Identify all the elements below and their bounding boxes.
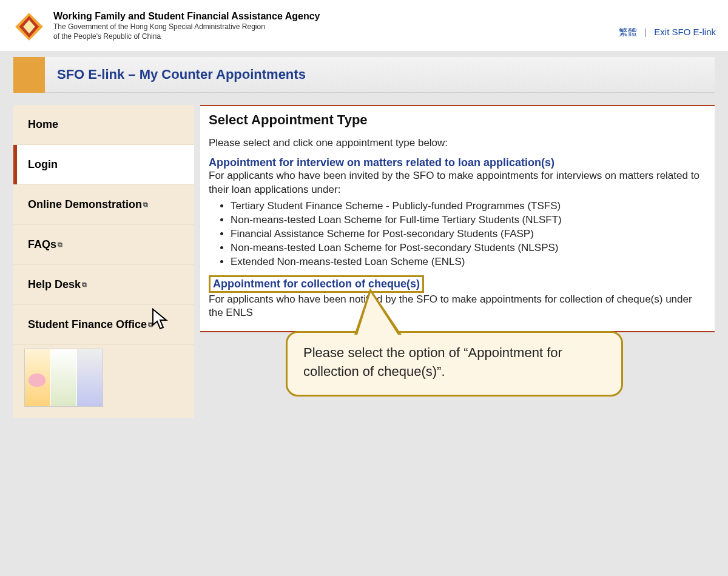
main-panel: Select Appointment Type Please select an… <box>200 105 715 332</box>
scheme-list: Tertiary Student Finance Scheme - Public… <box>223 199 706 269</box>
title-accent <box>13 57 45 93</box>
org-subtitle-1: The Government of the Hong Kong Special … <box>53 22 320 32</box>
external-link-icon: ⧉ <box>148 321 153 329</box>
sidebar-item-help-desk[interactable]: Help Desk⧉ <box>13 265 194 305</box>
main-heading: Select Appointment Type <box>209 112 706 128</box>
appt-interview-desc: For applicants who have been invited by … <box>209 169 706 197</box>
scheme-item: Extended Non-means-tested Loan Scheme (E… <box>231 255 706 269</box>
external-link-icon: ⧉ <box>82 281 87 289</box>
sidebar-item-online-demo[interactable]: Online Demonstration⧉ <box>13 185 194 225</box>
sidebar-item-label: Help Desk <box>28 278 81 291</box>
sidebar-item-faqs[interactable]: FAQs⧉ <box>13 225 194 265</box>
scheme-item: Non-means-tested Loan Scheme for Full-ti… <box>231 213 706 227</box>
sidebar: Home Login Online Demonstration⧉ FAQs⧉ H… <box>13 105 194 418</box>
appt-interview-link[interactable]: Appointment for interview on matters rel… <box>209 156 554 169</box>
external-link-icon: ⧉ <box>143 201 148 209</box>
header-titles: Working Family and Student Financial Ass… <box>53 11 320 41</box>
sidebar-item-label: Online Demonstration <box>28 198 142 211</box>
callout-bubble: Please select the option of “Appointment… <box>286 331 623 397</box>
sidebar-promo <box>13 345 194 418</box>
logo-block: Working Family and Student Financial Ass… <box>13 11 320 42</box>
callout-text: Please select the option of “Appointment… <box>303 345 562 379</box>
scheme-item: Non-means-tested Loan Scheme for Post-se… <box>231 241 706 255</box>
sidebar-item-home[interactable]: Home <box>13 105 194 145</box>
org-title: Working Family and Student Financial Ass… <box>53 11 320 22</box>
sidebar-item-label: Login <box>28 158 58 171</box>
page-title-bar: SFO E-link – My Counter Appointments <box>13 57 715 93</box>
appt-cheque-desc: For applicants who have been notified by… <box>209 293 706 321</box>
promo-image[interactable] <box>24 349 103 407</box>
sidebar-item-login[interactable]: Login <box>13 145 194 185</box>
external-link-icon: ⧉ <box>58 241 62 249</box>
page-title: SFO E-link – My Counter Appointments <box>57 67 306 82</box>
main-intro: Please select and click one appointment … <box>209 136 706 150</box>
separator: | <box>644 27 647 37</box>
org-subtitle-2: of the People's Republic of China <box>53 32 320 41</box>
language-link[interactable]: 繁體 <box>619 27 637 37</box>
agency-logo-icon <box>13 11 45 42</box>
page-title-box: SFO E-link – My Counter Appointments <box>45 57 715 93</box>
exit-link[interactable]: Exit SFO E-link <box>654 27 716 37</box>
scheme-item: Tertiary Student Finance Scheme - Public… <box>231 199 706 213</box>
header: Working Family and Student Financial Ass… <box>0 0 728 51</box>
sidebar-item-sfo[interactable]: Student Finance Office⧉ <box>13 305 194 345</box>
sidebar-item-label: FAQs <box>28 238 56 251</box>
sidebar-item-label: Student Finance Office <box>28 318 147 331</box>
instruction-callout: Please select the option of “Appointment… <box>286 331 623 397</box>
sidebar-item-label: Home <box>28 118 58 131</box>
scheme-item: Financial Assistance Scheme for Post-sec… <box>231 227 706 241</box>
header-links: 繁體 | Exit SFO E-link <box>619 27 716 38</box>
